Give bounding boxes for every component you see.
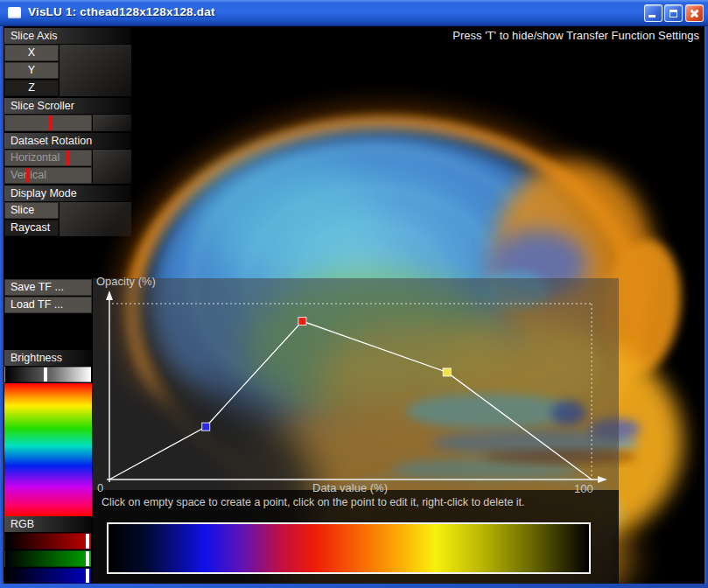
slice-scroller-header: Slice Scroller [4, 98, 131, 114]
y-axis-arrow-icon [106, 290, 113, 300]
x-axis-arrow-icon [598, 476, 607, 483]
maximize-icon [669, 10, 677, 18]
tf-control-point[interactable] [202, 423, 210, 430]
brightness-header: Brightness [4, 350, 92, 366]
panel-background [93, 115, 131, 131]
panel-background [60, 45, 131, 96]
tf-instruction-text: Click on empty space to create a point, … [102, 496, 525, 508]
minimize-button[interactable] [644, 4, 662, 22]
slice-scroller-slider[interactable] [4, 115, 92, 131]
slice-axis-x-button[interactable]: X [4, 45, 59, 61]
load-tf-button[interactable]: Load TF ... [4, 297, 92, 313]
tf-control-point[interactable] [298, 318, 306, 326]
application-window: Press 'T' to hide/show Transfer Function… [0, 0, 708, 588]
rgb-header: RGB [4, 516, 92, 532]
red-channel-slider[interactable] [4, 533, 92, 550]
display-mode-slice-button[interactable]: Slice [4, 202, 59, 219]
blue-channel-slider[interactable] [4, 568, 92, 584]
rotation-vertical-slider[interactable]: Vertical [4, 167, 92, 184]
slider-thumb[interactable] [44, 368, 47, 382]
opacity-axis-label: Opacity (%) [96, 275, 156, 288]
maximize-button[interactable] [664, 4, 683, 22]
slice-axis-z-button[interactable]: Z [4, 80, 59, 96]
slice-axis-y-button[interactable]: Y [4, 62, 59, 79]
tf-control-point[interactable] [443, 368, 451, 376]
close-button[interactable] [685, 4, 704, 22]
rotation-horizontal-label: Horizontal [5, 150, 91, 164]
rotation-vertical-label: Vertical [5, 168, 91, 182]
slider-thumb[interactable] [26, 168, 30, 183]
slice-axis-header: Slice Axis [4, 28, 131, 44]
color-picker-gradient[interactable] [4, 383, 92, 516]
window-border-left [0, 26, 4, 588]
slider-thumb[interactable] [66, 150, 69, 165]
rotation-horizontal-slider[interactable]: Horizontal [4, 150, 92, 166]
tf-curve [109, 321, 592, 480]
x-min-label: 0 [97, 481, 103, 494]
minimize-icon [648, 15, 655, 18]
green-channel-slider[interactable] [4, 550, 92, 567]
dataset-rotation-header: Dataset Rotation [4, 133, 131, 149]
display-mode-raycast-button[interactable]: Raycast [4, 220, 59, 236]
slider-thumb[interactable] [48, 116, 52, 130]
brightness-slider[interactable] [4, 367, 92, 382]
slider-thumb[interactable] [86, 534, 89, 549]
app-icon [8, 7, 21, 18]
transfer-function-hint: Press 'T' to hide/show Transfer Function… [452, 29, 699, 42]
slider-thumb[interactable] [86, 569, 89, 583]
window-titlebar[interactable]: VisLU 1: cthead128x128x128.dat [0, 0, 708, 26]
panel-background [60, 202, 131, 236]
window-border-bottom [0, 584, 708, 588]
panel-background [93, 150, 131, 184]
display-mode-header: Display Mode [4, 186, 131, 201]
window-border-right [704, 26, 708, 588]
data-value-axis-label: Data value (%) [312, 481, 388, 494]
window-title: VisLU 1: cthead128x128x128.dat [28, 5, 215, 18]
slider-thumb[interactable] [86, 551, 89, 566]
tf-gradient-bar [107, 522, 591, 574]
save-tf-button[interactable]: Save TF ... [4, 279, 92, 296]
x-max-label: 100 [574, 482, 593, 495]
